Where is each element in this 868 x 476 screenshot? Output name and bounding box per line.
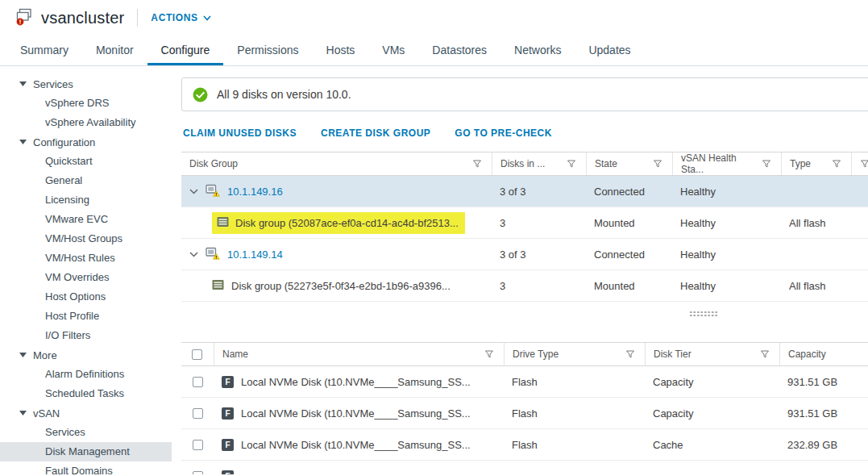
disk-name: Local NVMe Disk (t10.NVMe____Samsung_SS.… <box>241 439 471 451</box>
table-row-disk-2[interactable]: F Local NVMe Disk (t10.NVMe____Samsung_S… <box>181 398 868 429</box>
sidebar-item-host-profile[interactable]: Host Profile <box>0 307 172 326</box>
column-header-capacity[interactable]: Capacity <box>779 343 868 365</box>
disk-actions-row: CLAIM UNUSED DISKS CREATE DISK GROUP GO … <box>183 127 868 139</box>
create-disk-group-link[interactable]: CREATE DISK GROUP <box>321 127 430 139</box>
filter-icon[interactable] <box>762 159 771 169</box>
object-header: vsancluster ACTIONS <box>0 0 868 35</box>
cell-capacity: 931.51 GB <box>779 376 868 388</box>
tab-summary[interactable]: Summary <box>6 35 82 65</box>
highlighted-disk-group[interactable]: Disk group (52087ace-ef0a-cd14-ac4d-bf25… <box>212 212 465 234</box>
row-checkbox[interactable] <box>193 408 203 419</box>
tab-updates[interactable]: Updates <box>575 35 644 65</box>
column-header-extra[interactable] <box>851 152 868 175</box>
vsphere-client-window: vsancluster ACTIONS Summary Monitor Conf… <box>0 0 868 476</box>
go-to-pre-check-link[interactable]: GO TO PRE-CHECK <box>455 127 552 139</box>
sidebar-item-vm-host-rules[interactable]: VM/Host Rules <box>0 248 172 268</box>
filter-icon[interactable] <box>567 159 576 169</box>
cell-health: Healthy <box>672 186 781 198</box>
disks-header-row: Name Drive Type Disk Tier Capacity <box>181 342 868 366</box>
sidebar-item-quickstart[interactable]: Quickstart <box>0 152 172 171</box>
chevron-down-icon[interactable] <box>189 189 198 194</box>
column-header-type[interactable]: Type <box>781 152 851 175</box>
sidebar-item-alarm-definitions[interactable]: Alarm Definitions <box>0 365 172 384</box>
tab-configure[interactable]: Configure <box>147 35 224 65</box>
filter-icon[interactable] <box>484 349 494 359</box>
column-header-disks-in[interactable]: Disks in ... <box>492 152 586 175</box>
cell-health: Healthy <box>672 217 781 229</box>
table-row-disk-group-1[interactable]: Disk group (52087ace-ef0a-cd14-ac4d-bf25… <box>181 207 868 239</box>
tab-permissions[interactable]: Permissions <box>223 35 312 65</box>
tab-networks[interactable]: Networks <box>500 35 575 65</box>
table-row-disk-group-2[interactable]: Disk group (52273e5f-0f34-e2bd-1b96-a939… <box>181 270 868 302</box>
tab-datastores[interactable]: Datastores <box>418 35 500 65</box>
cell-state: Connected <box>586 248 672 261</box>
claim-unused-disks-link[interactable]: CLAIM UNUSED DISKS <box>183 127 297 139</box>
row-checkbox[interactable] <box>193 377 203 387</box>
column-header-name[interactable]: Name <box>214 343 504 365</box>
flash-disk-icon: F <box>222 439 234 451</box>
sidebar-section-services[interactable]: Services <box>0 74 172 94</box>
collapse-triangle-icon <box>19 81 27 86</box>
sidebar-item-disk-management[interactable]: Disk Management <box>0 442 172 461</box>
sidebar-item-vm-overrides[interactable]: VM Overrides <box>0 268 172 287</box>
flash-disk-icon: F <box>222 376 234 388</box>
tab-hosts[interactable]: Hosts <box>313 35 369 65</box>
select-all-checkbox[interactable] <box>192 349 202 360</box>
cell-disk-tier: Capacity <box>645 407 779 420</box>
sidebar-item-vsphere-availability[interactable]: vSphere Availability <box>0 113 172 132</box>
sidebar-item-vsphere-drs[interactable]: vSphere DRS <box>0 94 172 113</box>
object-tabs: Summary Monitor Configure Permissions Ho… <box>0 35 868 66</box>
column-header-vsan-health[interactable]: vSAN Health Sta... <box>672 152 781 175</box>
cell-state: Connected <box>586 186 672 198</box>
cell-health: Healthy <box>672 248 781 261</box>
sidebar-item-io-filters[interactable]: I/O Filters <box>0 326 172 345</box>
cell-capacity: 931.51 GB <box>779 407 868 420</box>
cell-disk-tier: Cache <box>645 439 779 451</box>
column-header-disk-group[interactable]: Disk Group <box>181 152 492 175</box>
cell-disks-in: 3 <box>492 280 586 292</box>
tab-monitor[interactable]: Monitor <box>82 35 147 65</box>
row-checkbox[interactable] <box>193 440 203 450</box>
table-row-disk-4-partial[interactable]: F <box>181 461 868 474</box>
chevron-down-icon[interactable] <box>189 252 198 257</box>
filter-icon[interactable] <box>760 349 770 359</box>
splitter-grip-handle[interactable] <box>689 311 718 317</box>
sidebar-section-vsan[interactable]: vSAN <box>0 403 172 423</box>
flash-disk-icon: F <box>222 470 234 475</box>
filter-icon[interactable] <box>625 349 635 359</box>
sidebar-item-fault-domains[interactable]: Fault Domains <box>0 461 172 475</box>
table-row-host-2[interactable]: 10.1.149.14 3 of 3 Connected Healthy <box>181 239 868 270</box>
table-row-disk-3[interactable]: F Local NVMe Disk (t10.NVMe____Samsung_S… <box>181 429 868 461</box>
filter-icon[interactable] <box>832 159 841 169</box>
tab-vms[interactable]: VMs <box>368 35 418 65</box>
sidebar-section-configuration[interactable]: Configuration <box>0 132 172 152</box>
host-link[interactable]: 10.1.149.14 <box>227 248 283 261</box>
table-row-disk-1[interactable]: F Local NVMe Disk (t10.NVMe____Samsung_S… <box>181 366 868 398</box>
column-header-state[interactable]: State <box>586 152 672 175</box>
sidebar-item-licensing[interactable]: Licensing <box>0 190 172 210</box>
filter-icon[interactable] <box>472 159 482 169</box>
disk-group-icon <box>217 216 229 230</box>
cell-capacity: 232.89 GB <box>779 439 868 451</box>
column-header-select-all <box>181 343 214 365</box>
column-header-disk-tier[interactable]: Disk Tier <box>645 343 779 365</box>
sidebar-item-general[interactable]: General <box>0 171 172 190</box>
host-link[interactable]: 10.1.149.16 <box>227 186 283 198</box>
sidebar-item-vmware-evc[interactable]: VMware EVC <box>0 210 172 229</box>
cell-disks-in: 3 of 3 <box>492 186 586 198</box>
table-row-host-1[interactable]: 10.1.149.16 3 of 3 Connected Healthy <box>181 176 868 207</box>
sidebar-item-scheduled-tasks[interactable]: Scheduled Tasks <box>0 384 172 403</box>
cell-drive-type: Flash <box>504 376 645 388</box>
disk-management-panel: All 9 disks on version 10.0. CLAIM UNUSE… <box>172 66 868 475</box>
row-checkbox[interactable] <box>193 471 203 475</box>
sidebar-item-host-options[interactable]: Host Options <box>0 287 172 307</box>
column-header-drive-type[interactable]: Drive Type <box>504 343 645 365</box>
filter-icon[interactable] <box>860 159 868 169</box>
sidebar-section-more[interactable]: More <box>0 345 172 365</box>
sidebar-item-vm-host-groups[interactable]: VM/Host Groups <box>0 229 172 248</box>
sidebar-item-vsan-services[interactable]: Services <box>0 423 172 442</box>
filter-icon[interactable] <box>653 159 662 169</box>
actions-menu-button[interactable]: ACTIONS <box>151 12 210 23</box>
disk-name: Local NVMe Disk (t10.NVMe____Samsung_SS.… <box>241 407 471 420</box>
sidebar-section-label: vSAN <box>33 407 60 420</box>
